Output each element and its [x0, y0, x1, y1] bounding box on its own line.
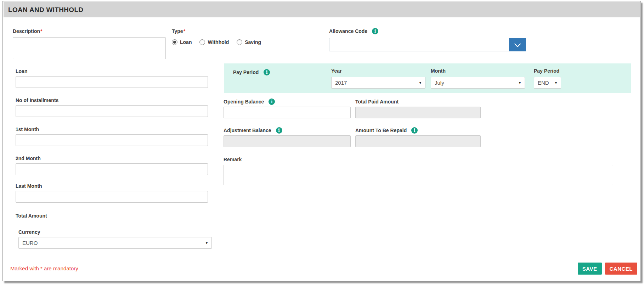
type-radio-group: Loan Withhold Saving — [172, 39, 261, 45]
allowance-code-combobox[interactable] — [329, 38, 526, 51]
allowance-code-input[interactable] — [329, 38, 509, 51]
description-textarea[interactable] — [13, 37, 166, 59]
type-label: Type* — [172, 28, 261, 34]
year-select-value: 2017 — [335, 80, 347, 86]
info-icon[interactable] — [372, 28, 378, 34]
year-field-group: Year 2017 — [331, 68, 425, 89]
caret-down-icon — [419, 81, 422, 84]
year-label: Year — [331, 68, 425, 74]
first-month-input[interactable] — [16, 134, 208, 146]
description-required-asterisk: * — [40, 28, 42, 34]
action-buttons: SAVE CANCEL — [578, 263, 637, 275]
installments-label: No of Installments — [16, 97, 208, 103]
radio-button-icon-saving[interactable] — [237, 39, 242, 45]
year-select[interactable]: 2017 — [331, 77, 425, 89]
allowance-code-field-group: Allowance Code — [329, 28, 526, 51]
caret-down-icon — [205, 241, 208, 244]
loan-field-group: Loan — [16, 68, 208, 88]
radio-option-loan[interactable]: Loan — [172, 39, 192, 45]
radio-label-loan: Loan — [180, 39, 192, 45]
radio-label-withhold: Withhold — [208, 39, 229, 45]
caret-down-icon — [554, 81, 558, 84]
opening-balance-field-group: Opening Balance — [224, 99, 351, 118]
last-month-field-group: Last Month — [16, 183, 208, 203]
save-button[interactable]: SAVE — [578, 263, 602, 275]
month-label: Month — [431, 68, 525, 74]
first-month-label: 1st Month — [16, 126, 208, 133]
total-amount-field-group: Total Amount — [16, 213, 47, 219]
pay-period-field-group: Pay Period END — [534, 68, 561, 89]
loan-label: Loan — [16, 68, 208, 74]
info-icon[interactable] — [411, 127, 418, 134]
opening-balance-input[interactable] — [224, 107, 351, 118]
currency-select[interactable]: EURO — [18, 237, 212, 249]
info-icon[interactable] — [264, 69, 270, 75]
radio-label-saving: Saving — [245, 39, 261, 45]
opening-balance-label: Opening Balance — [224, 99, 264, 105]
second-month-input[interactable] — [16, 163, 208, 175]
chevron-down-icon — [514, 40, 521, 47]
description-label-text: Description — [13, 28, 40, 34]
pay-period-header: Pay Period — [233, 69, 270, 75]
last-month-label: Last Month — [16, 183, 208, 189]
last-month-input[interactable] — [16, 191, 208, 203]
description-label: Description* — [13, 28, 166, 34]
loan-and-withhold-panel: LOAN AND WITHHOLD Description* Type* Loa… — [2, 1, 641, 281]
cancel-button[interactable]: CANCEL — [605, 263, 638, 275]
adjustment-balance-label: Adjustment Balance — [224, 127, 271, 134]
pay-period-select[interactable]: END — [534, 77, 561, 89]
currency-field-group: Currency EURO — [18, 229, 212, 249]
remark-field-group: Remark — [224, 156, 613, 185]
pay-period-section-label: Pay Period — [233, 69, 259, 75]
first-month-field-group: 1st Month — [16, 126, 208, 146]
loan-input[interactable] — [16, 76, 208, 88]
radio-button-icon-withhold[interactable] — [199, 39, 205, 45]
total-paid-amount-input — [355, 107, 481, 118]
installments-field-group: No of Installments — [16, 97, 208, 117]
month-field-group: Month July — [431, 68, 525, 89]
allowance-code-label: Allowance Code — [329, 28, 367, 34]
info-icon[interactable] — [269, 99, 275, 105]
info-icon[interactable] — [276, 127, 282, 134]
allowance-code-dropdown-button[interactable] — [509, 38, 526, 51]
month-select[interactable]: July — [431, 77, 525, 89]
installments-input[interactable] — [16, 105, 208, 117]
type-label-text: Type — [172, 28, 183, 34]
second-month-field-group: 2nd Month — [16, 155, 208, 175]
form-content: Description* Type* Loan Withhold Saving — [3, 1, 640, 281]
pay-period-select-value: END — [538, 80, 549, 86]
caret-down-icon — [518, 81, 521, 84]
month-select-value: July — [435, 80, 444, 86]
radio-option-withhold[interactable]: Withhold — [199, 39, 229, 45]
total-amount-label: Total Amount — [16, 213, 47, 219]
remark-label: Remark — [224, 156, 613, 163]
type-required-asterisk: * — [183, 28, 185, 34]
currency-select-value: EURO — [22, 240, 38, 246]
total-paid-amount-field-group: Total Paid Amount — [355, 99, 481, 118]
adjustment-balance-input — [224, 135, 351, 147]
second-month-label: 2nd Month — [16, 155, 208, 162]
mandatory-note: Marked with * are mandatory — [10, 265, 78, 271]
amount-to-be-repaid-label: Amount To Be Repaid — [355, 127, 407, 134]
type-field-group: Type* Loan Withhold Saving — [172, 28, 261, 45]
remark-textarea[interactable] — [224, 165, 613, 185]
pay-period-section: Pay Period Year 2017 Month July Pay Peri… — [224, 63, 631, 93]
amount-to-be-repaid-input — [355, 135, 481, 147]
amount-to-be-repaid-field-group: Amount To Be Repaid — [355, 127, 481, 147]
description-field-group: Description* — [13, 28, 166, 59]
adjustment-balance-field-group: Adjustment Balance — [224, 127, 351, 147]
total-paid-amount-label: Total Paid Amount — [355, 99, 399, 105]
pay-period-label: Pay Period — [534, 68, 561, 74]
currency-label: Currency — [18, 229, 212, 235]
radio-button-icon-loan[interactable] — [172, 39, 177, 45]
radio-option-saving[interactable]: Saving — [237, 39, 261, 45]
